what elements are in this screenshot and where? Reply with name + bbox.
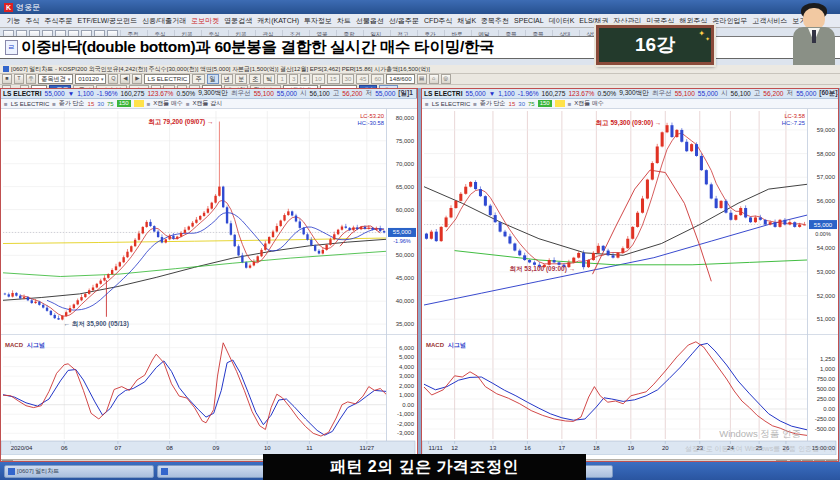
toolbar-icon[interactable]: ◎ [441,74,451,84]
svg-text:18: 18 [593,445,600,451]
toolbar-button[interactable]: 1 [277,74,286,84]
menu-item[interactable]: 온라인업무 [710,16,750,26]
menu-item[interactable]: 주식 [23,16,42,26]
menu-item[interactable]: 선/옵주문 [387,16,422,26]
toolbar-input[interactable]: 148/600 [386,74,414,84]
menu-item[interactable]: CFD주식 [422,16,455,26]
toolbar-icon[interactable]: 주 [26,74,36,84]
toolbar-icon[interactable]: ▶ [132,74,142,84]
svg-text:40,000: 40,000 [396,298,415,304]
sparkle-icon: ✦ [705,35,710,42]
legend-item: 종가 단순 [480,99,506,108]
chart-workspace: LS ELECTRI55,000▼1,100-1.96%160,275123.6… [0,88,840,462]
legend-item: 75 [107,101,114,107]
quote-field: 55,000 [375,90,395,97]
menu-item[interactable]: 종목추천 [479,16,512,26]
svg-text:35,000: 35,000 [396,321,415,327]
menu-item[interactable]: 미국주식 [644,16,677,26]
menu-item[interactable]: ELS/채권 [577,16,611,26]
toolbar-button[interactable]: 주 [192,74,204,84]
menu-item[interactable]: 신용/대출거래 [140,16,189,26]
svg-text:0.00: 0.00 [823,406,835,412]
quote-field: 9,300백만 [619,89,649,98]
svg-text:4,000: 4,000 [399,364,415,370]
menu-item[interactable]: 기능 [4,16,23,26]
toolbar-button[interactable]: 60 [371,74,384,84]
toolbar-button[interactable]: 15 [327,74,340,84]
toolbar-dropdown[interactable]: 010120 [75,74,106,84]
panel-legend: ■LS ELECTRIC■종가 단순153075150■X캔들 매수 [422,99,838,109]
menu-item[interactable]: 해외주식 [677,16,710,26]
legend-item [555,100,565,107]
quote-field: 55,000 [796,90,816,97]
quote-field: 저 [787,89,794,98]
menu-item[interactable]: 주식주문 [42,16,75,26]
menu-item[interactable]: 캐치(KATCH) [255,16,302,26]
quote-field: ▼ [68,90,75,97]
quote-field: 9,300백만 [198,89,228,98]
menu-item[interactable]: 데이터K [546,16,577,26]
svg-text:2,000: 2,000 [399,383,415,389]
svg-text:16: 16 [524,445,531,451]
legend-item: ■ [568,101,572,107]
toolbar-input[interactable]: LS ELECTRIC [144,74,190,84]
menu-item[interactable]: 고객서비스 [750,16,790,26]
windows-watermark-line2: 설정으로 이동하여 Windows를 정품 인증합니다. [685,445,835,453]
legend-item: ■ [4,101,8,107]
toolbar-icon[interactable]: Q [108,74,118,84]
svg-text:-1,000: -1,000 [397,411,415,417]
svg-text:최저 53,100 (09:00) →: 최저 53,100 (09:00) → [509,265,575,273]
menu-item[interactable]: 로보마켓 [189,16,222,26]
chart-panel-60min: LS ELECTRI55,000▼1,100-1.96%160,275123.6… [421,88,839,462]
toolbar-button[interactable]: 10 [312,74,325,84]
svg-text:52,000: 52,000 [817,293,836,299]
menu-item[interactable]: 차트 [335,16,354,26]
toolbar-button[interactable]: 틱 [263,74,275,84]
toolbar-icon[interactable]: ▤ [417,74,427,84]
menu-item[interactable]: 자산관리 [611,16,644,26]
svg-text:08: 08 [166,445,173,451]
panel-header: LS ELECTRI55,000▼1,100-1.96%160,275123.6… [1,89,417,99]
taskbar-window-button[interactable]: [0607] 멀티차트 [4,465,154,478]
svg-text:75,000: 75,000 [396,138,415,144]
svg-text:58,000: 58,000 [817,151,836,157]
quote-field: 0.50% [597,90,616,97]
menu-item[interactable]: 선물옵션 [354,16,387,26]
legend-item [134,100,144,107]
toolbar-icon[interactable]: ⌂ [429,74,439,84]
chart-svg: 59,00058,00057,00056,00055,00054,00053,0… [422,109,838,455]
toolbar-button[interactable]: 초 [249,74,261,84]
svg-text:59,000: 59,000 [817,127,836,133]
minimize-icon[interactable]: ▫ [416,89,418,98]
toolbar-button[interactable]: 30 [342,74,355,84]
quote-field: 55,100 [675,90,695,97]
svg-text:56,000: 56,000 [817,198,836,204]
toolbar-dropdown[interactable]: 종목변경 [38,74,73,84]
toolbar-icon[interactable]: T [14,74,24,84]
svg-text:70,000: 70,000 [396,161,415,167]
toolbar-icon[interactable]: ■ [2,74,12,84]
menu-item[interactable]: 영웅검색 [222,16,255,26]
quote-field: 56,200 [763,90,783,97]
quote-field: 0.50% [176,90,195,97]
toolbar-button[interactable]: 분 [235,74,247,84]
legend-item: 15 [88,101,95,107]
toolbar-icon[interactable]: ◀ [120,74,130,84]
toolbar-button[interactable]: 5 [300,74,309,84]
menu-item[interactable]: ETF/ELW/공모펀드 [75,16,140,26]
menu-item[interactable]: SPECIAL [512,17,547,24]
menu-item[interactable]: 채널K [455,16,479,26]
toolbar-button[interactable]: 일 [207,74,219,84]
caption-bar: 패턴 2의 깊은 가격조정인 [263,454,586,480]
quote-field: 56,100 [731,90,751,97]
toolbar-button[interactable]: 45 [356,74,369,84]
menu-item[interactable]: 투자정보 [302,16,335,26]
toolbar-button[interactable]: 년 [221,74,233,84]
quote-field: 고 [754,89,761,98]
svg-text:50,000: 50,000 [396,252,415,258]
legend-item: X캔들 매수 [574,99,604,108]
quote-field: 55,000 [465,90,485,97]
quote-field: 1,100 [498,90,515,97]
toolbar-button[interactable]: 3 [289,74,298,84]
quote-field: 160,275 [542,90,566,97]
